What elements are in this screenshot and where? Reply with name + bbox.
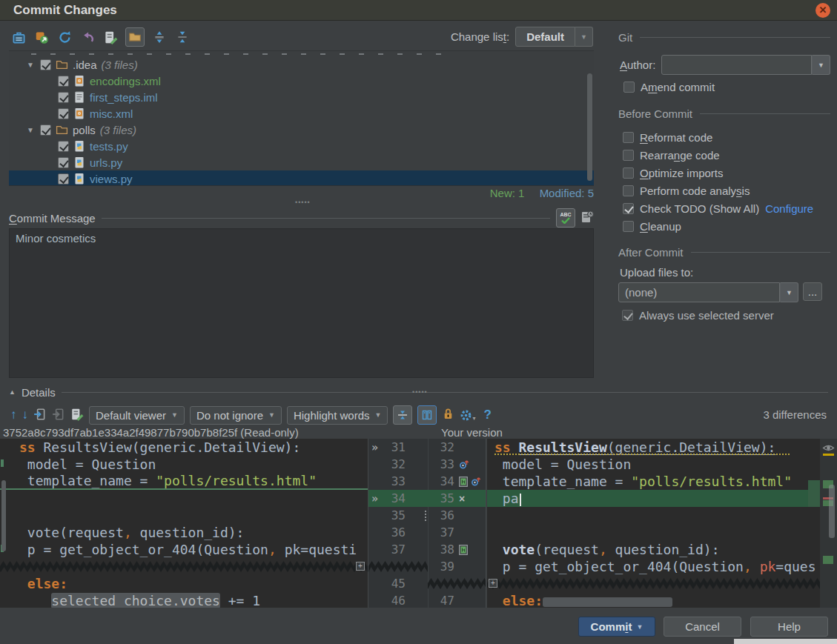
file-checkbox[interactable] [40, 125, 51, 136]
file-checkbox[interactable] [58, 173, 69, 185]
apply-patch-icon[interactable] [459, 545, 468, 555]
added-stripe-mark[interactable] [823, 556, 833, 564]
folder-icon [56, 59, 68, 71]
error-stripe[interactable] [820, 439, 837, 608]
changelist-select[interactable]: Default [515, 27, 575, 47]
commit-changes-dialog: Commit Changes ✕ Change list: Default ▼ … [0, 0, 837, 644]
edit-source-icon[interactable] [102, 29, 119, 45]
tree-item-urls-py[interactable]: urls.py [9, 154, 594, 170]
splitter-dots-icon[interactable] [425, 511, 426, 521]
collapse-unchanged-toggle[interactable] [393, 405, 412, 425]
refresh-icon[interactable] [56, 29, 73, 45]
tree-item-polls[interactable]: ▼polls (3 files) [9, 122, 594, 138]
help-icon[interactable]: ? [483, 408, 491, 422]
group-by-directory-icon[interactable] [125, 27, 145, 47]
browse-servers-button[interactable]: ... [803, 282, 822, 301]
code-line: + [487, 575, 820, 592]
annotate-navigate-icon[interactable] [471, 477, 482, 487]
option-checkbox[interactable] [623, 185, 634, 196]
right-line-number: 35 [417, 491, 454, 505]
help-button[interactable]: Help [750, 617, 828, 637]
tree-item--idea[interactable]: ▼.idea (3 files) [9, 56, 594, 73]
tree-scrollbar[interactable] [587, 73, 592, 181]
details-splitter-handle[interactable]: ••••• [412, 388, 428, 396]
shelve-icon[interactable] [10, 29, 27, 45]
previous-difference-icon[interactable]: ↑ [10, 408, 17, 422]
always-use-server-checkbox[interactable] [622, 310, 633, 321]
message-history-icon[interactable] [581, 210, 594, 226]
gutter-row: »3435× [368, 490, 486, 507]
changed-files-tree[interactable]: ▼.idea (3 files)encodings.xmlfirst_steps… [9, 50, 594, 186]
disable-editing-lock-icon[interactable] [442, 408, 454, 422]
code-line [0, 490, 368, 507]
expand-all-icon[interactable] [151, 29, 168, 45]
chevron-down-icon[interactable]: ▼ [812, 55, 830, 75]
whitespace-policy-select[interactable]: Do not ignore▼ [190, 406, 282, 425]
tree-item-misc-xml[interactable]: misc.xml [9, 105, 594, 122]
revert-change-icon[interactable]: × [459, 493, 465, 505]
settings-gear-icon[interactable]: ▾ [460, 409, 475, 422]
collapse-triangle-icon[interactable]: ▲ [9, 388, 16, 396]
file-checkbox[interactable] [40, 59, 51, 70]
git-section-header: Git [618, 31, 830, 44]
option-checkbox[interactable] [623, 203, 634, 214]
right-line-number: 34 [417, 474, 454, 488]
splitter-handle[interactable]: ••••• [295, 199, 311, 206]
apply-patch-icon[interactable] [459, 477, 468, 487]
file-checkbox[interactable] [58, 108, 69, 119]
upload-target-select[interactable]: (none) [618, 282, 780, 302]
file-checkbox[interactable] [58, 141, 69, 152]
commit-button[interactable]: Commit▼ [578, 617, 655, 637]
expander-arrow-icon[interactable]: ▼ [27, 61, 36, 69]
file-checkbox[interactable] [58, 76, 69, 87]
configure-link[interactable]: Configure [765, 202, 813, 215]
option-checkbox[interactable] [623, 150, 634, 161]
tree-item-first-steps-iml[interactable]: first_steps.iml [9, 89, 594, 105]
amend-commit-checkbox[interactable] [623, 82, 635, 93]
typo-wave-underline [494, 454, 791, 455]
option-checkbox[interactable] [623, 221, 634, 232]
before-commit-options: Reformat codeRearrange codeOptimize impo… [623, 128, 813, 235]
side-by-side-viewer-toggle[interactable] [417, 405, 437, 425]
expand-fold-icon[interactable]: + [356, 562, 365, 571]
file-name: misc.xml [90, 107, 133, 120]
left-editor-scrollbar[interactable] [1, 480, 6, 551]
left-line-number: 31 [368, 440, 406, 454]
annotate-navigate-icon[interactable] [459, 459, 470, 470]
right-editor-scrollbar[interactable] [829, 485, 835, 538]
collapse-all-icon[interactable] [174, 29, 191, 45]
chevron-down-icon[interactable]: ▼ [575, 27, 593, 47]
diff-left-editor[interactable]: ss ResultsView(generic.DetailView): mode… [0, 439, 368, 608]
code-line: else: [0, 575, 368, 592]
highlight-policy-select[interactable]: Highlight words▼ [287, 406, 388, 425]
spellcheck-icon[interactable]: ABC [556, 208, 575, 228]
tree-item-encodings-xml[interactable]: encodings.xml [9, 73, 594, 89]
next-difference-icon[interactable]: ↓ [22, 408, 29, 422]
jump-to-source-icon[interactable] [33, 408, 47, 423]
viewer-type-select[interactable]: Default viewer▼ [89, 406, 185, 425]
chevron-down-icon[interactable]: ▼ [780, 282, 798, 302]
tree-item-views-py[interactable]: views.py [9, 170, 594, 186]
expand-fold-icon[interactable]: + [489, 579, 497, 588]
expander-arrow-icon[interactable]: ▼ [27, 126, 36, 134]
cancel-button[interactable]: Cancel [664, 617, 741, 637]
edit-source-icon[interactable] [70, 408, 84, 423]
rollback-icon[interactable] [79, 29, 96, 45]
option-checkbox[interactable] [623, 167, 634, 179]
jump-from-source-icon[interactable] [52, 408, 65, 423]
move-to-changelist-icon[interactable] [33, 29, 50, 45]
option-checkbox[interactable] [623, 132, 634, 143]
file-checkbox[interactable] [58, 92, 69, 103]
commit-message-input[interactable]: Minor cosmetics [9, 228, 594, 378]
author-input[interactable] [661, 55, 812, 75]
clipped-tree-row [31, 52, 452, 56]
before-option-rearrange: Rearrange code [623, 146, 813, 164]
file-count-suffix: (3 files) [100, 124, 136, 136]
code-line: vote(request, question_id): [0, 524, 368, 541]
changes-toolbar [10, 25, 191, 49]
close-icon[interactable]: ✕ [816, 3, 830, 18]
tree-item-tests-py[interactable]: tests.py [9, 138, 594, 154]
warning-stripe-mark[interactable] [823, 454, 834, 456]
diff-right-editor[interactable]: ss ResultsView(generic.DetailView): mode… [487, 439, 820, 608]
file-checkbox[interactable] [58, 157, 69, 168]
